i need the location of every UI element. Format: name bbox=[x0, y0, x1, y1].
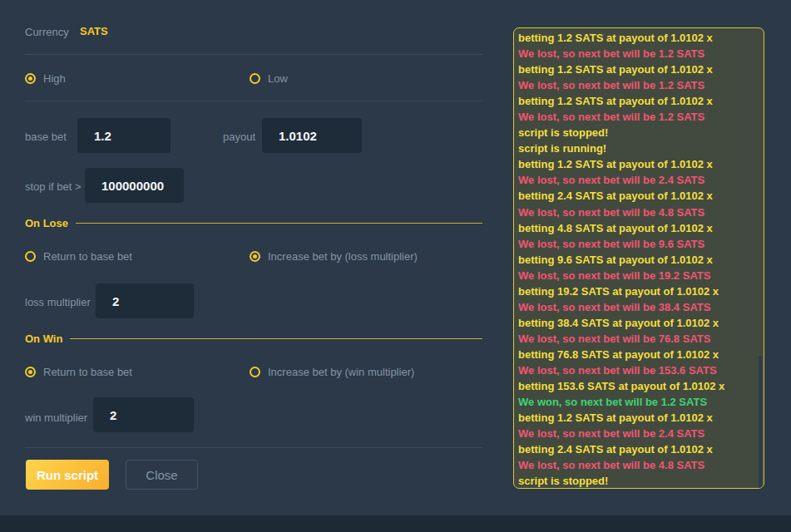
log-line-bet: betting 9.6 SATS at payout of 1.0102 x bbox=[518, 252, 759, 268]
log-line-lose: We lost, so next bet will be 19.2 SATS bbox=[518, 268, 759, 283]
log-line-bet: betting 76.8 SATS at payout of 1.0102 x bbox=[518, 347, 759, 362]
currency-label: Currency bbox=[25, 26, 69, 38]
bet-direction-low-option[interactable]: Low bbox=[250, 72, 288, 85]
divider bbox=[25, 447, 482, 448]
log-line-lose: We lost, so next bet will be 2.4 SATS bbox=[518, 426, 759, 441]
log-line-bet: betting 1.2 SATS at payout of 1.0102 x bbox=[518, 62, 759, 77]
log-line-bet: betting 153.6 SATS at payout of 1.0102 x bbox=[518, 378, 759, 394]
log-line-bet: betting 4.8 SATS at payout of 1.0102 x bbox=[518, 220, 759, 236]
log-line-bet: betting 1.2 SATS at payout of 1.0102 x bbox=[518, 30, 759, 46]
radio-lose-return-label: Return to base bet bbox=[43, 250, 132, 263]
log-line-lose: We lost, so next bet will be 1.2 SATS bbox=[518, 77, 759, 93]
radio-win-return-label: Return to base bet bbox=[43, 366, 132, 378]
radio-high-label: High bbox=[43, 72, 66, 85]
loss-multiplier-label: loss multiplier bbox=[25, 296, 91, 308]
run-script-button[interactable]: Run script bbox=[26, 460, 109, 490]
win-multiplier-input[interactable] bbox=[93, 397, 194, 432]
radio-lose-increase-icon bbox=[250, 251, 260, 262]
log-line-lose: We lost, so next bet will be 76.8 SATS bbox=[518, 331, 759, 347]
currency-selected-value[interactable]: SATS bbox=[80, 25, 108, 37]
log-line-bet: betting 2.4 SATS at payout of 1.0102 x bbox=[518, 188, 759, 204]
log-line-bet: betting 2.4 SATS at payout of 1.0102 x bbox=[518, 441, 759, 457]
on-lose-return-option[interactable]: Return to base bet bbox=[25, 250, 132, 263]
divider bbox=[25, 101, 482, 101]
radio-win-increase-icon bbox=[250, 367, 260, 377]
log-scrollbar-thumb[interactable] bbox=[759, 356, 762, 489]
log-line-bet: betting 19.2 SATS at payout of 1.0102 x bbox=[518, 283, 759, 299]
log-line-lose: We lost, so next bet will be 1.2 SATS bbox=[518, 46, 759, 62]
radio-win-return-icon bbox=[25, 367, 36, 377]
log-line-lose: We lost, so next bet will be 4.8 SATS bbox=[518, 457, 759, 473]
heading-rule bbox=[70, 338, 482, 339]
on-win-increase-option[interactable]: Increase bet by (win multiplier) bbox=[250, 366, 414, 378]
loss-multiplier-input[interactable] bbox=[96, 283, 194, 318]
footer-bar bbox=[0, 515, 791, 532]
divider bbox=[25, 54, 482, 55]
log-line-status: script is stopped! bbox=[518, 125, 759, 140]
log-line-lose: We lost, so next bet will be 2.4 SATS bbox=[518, 172, 759, 188]
close-button[interactable]: Close bbox=[126, 460, 198, 490]
payout-input[interactable] bbox=[262, 118, 362, 153]
log-line-lose: We lost, so next bet will be 38.4 SATS bbox=[518, 299, 759, 315]
script-log-console[interactable]: betting 1.2 SATS at payout of 1.0102 xWe… bbox=[513, 27, 764, 489]
heading-rule bbox=[76, 223, 482, 224]
radio-lose-return-icon bbox=[25, 251, 36, 262]
log-line-bet: betting 1.2 SATS at payout of 1.0102 x bbox=[518, 93, 759, 109]
log-line-lose: We lost, so next bet will be 1.2 SATS bbox=[518, 109, 759, 125]
log-line-lose: We lost, so next bet will be 9.6 SATS bbox=[518, 236, 759, 252]
log-line-status: script is stopped! bbox=[518, 473, 759, 489]
log-line-bet: betting 1.2 SATS at payout of 1.0102 x bbox=[518, 156, 759, 172]
log-line-bet: betting 38.4 SATS at payout of 1.0102 x bbox=[518, 315, 759, 331]
base-bet-input[interactable] bbox=[77, 118, 171, 153]
radio-high-icon bbox=[25, 73, 36, 84]
on-lose-increase-option[interactable]: Increase bet by (loss multiplier) bbox=[250, 250, 418, 263]
log-line-bet: betting 1.2 SATS at payout of 1.0102 x bbox=[518, 410, 759, 426]
radio-low-label: Low bbox=[268, 72, 288, 85]
log-line-lose: We lost, so next bet will be 4.8 SATS bbox=[518, 204, 759, 220]
on-win-return-option[interactable]: Return to base bet bbox=[25, 366, 132, 378]
stop-if-bet-input[interactable] bbox=[85, 168, 184, 203]
on-lose-heading: On Lose bbox=[25, 217, 482, 229]
on-win-heading-text: On Win bbox=[25, 332, 62, 345]
log-line-lose: We lost, so next bet will be 153.6 SATS bbox=[518, 362, 759, 378]
radio-win-increase-label: Increase bet by (win multiplier) bbox=[268, 366, 414, 378]
on-lose-heading-text: On Lose bbox=[25, 217, 68, 229]
log-line-status: script is running! bbox=[518, 140, 759, 156]
on-win-heading: On Win bbox=[25, 332, 482, 345]
radio-low-icon bbox=[250, 73, 260, 84]
base-bet-label: base bet bbox=[25, 131, 67, 143]
stop-if-bet-label: stop if bet > bbox=[25, 180, 82, 193]
radio-lose-increase-label: Increase bet by (loss multiplier) bbox=[268, 250, 418, 263]
bet-direction-high-option[interactable]: High bbox=[25, 72, 66, 85]
log-line-win: We won, so next bet will be 1.2 SATS bbox=[518, 394, 759, 410]
payout-label: payout bbox=[223, 131, 255, 143]
win-multiplier-label: win multiplier bbox=[25, 411, 87, 424]
